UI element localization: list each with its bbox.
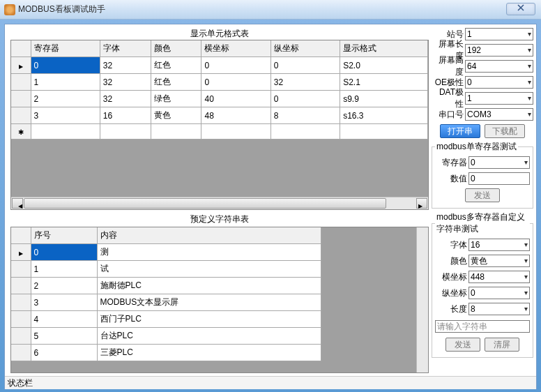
- cell-content[interactable]: 西门子PLC: [97, 311, 321, 328]
- row-indicator: [11, 74, 31, 91]
- scroll-right-icon[interactable]: ▶: [416, 198, 427, 209]
- cell-index[interactable]: 2: [31, 278, 97, 294]
- table-row[interactable]: 6三菱PLC: [11, 345, 321, 361]
- table-new-row[interactable]: [11, 124, 428, 140]
- close-icon: [517, 4, 524, 11]
- col-content[interactable]: 内容: [97, 227, 321, 244]
- col-format[interactable]: 显示格式: [340, 40, 428, 57]
- cell-index[interactable]: 3: [31, 294, 97, 311]
- table-row[interactable]: 2施耐德PLC: [11, 278, 321, 294]
- oe-combo[interactable]: 0: [465, 76, 533, 89]
- single-reg-label: 寄存器: [435, 157, 468, 169]
- port-label: 串口号: [432, 109, 465, 121]
- table-row[interactable]: 5台达PLC: [11, 328, 321, 345]
- cell-content[interactable]: MODBUS文本显示屏: [97, 294, 321, 311]
- table-row[interactable]: 4西门子PLC: [11, 311, 321, 328]
- table-row[interactable]: 0 32 红色 0 0 S2.0: [11, 57, 428, 74]
- multi-color-combo[interactable]: 黄色: [468, 255, 530, 267]
- cell-color[interactable]: 黄色: [151, 107, 201, 124]
- cell-y[interactable]: 32: [270, 74, 340, 91]
- table-row[interactable]: 2 32 绿色 40 0 s9.9: [11, 91, 428, 107]
- cell-x[interactable]: 0: [201, 74, 270, 91]
- scroll-thumb[interactable]: [24, 198, 386, 209]
- cell-content[interactable]: 台达PLC: [97, 328, 321, 345]
- cell-font[interactable]: 32: [100, 57, 151, 74]
- single-register-legend: modbus单寄存器测试: [435, 141, 518, 153]
- col-font[interactable]: 字体: [100, 40, 151, 57]
- col-index[interactable]: 序号: [31, 227, 97, 244]
- width-combo[interactable]: 192: [465, 44, 533, 56]
- table-header-row: 寄存器 字体 颜色 横坐标 纵坐标 显示格式: [11, 40, 428, 57]
- cell-color[interactable]: 红色: [151, 57, 201, 74]
- cell-index[interactable]: 6: [31, 345, 97, 361]
- cell-index[interactable]: 0: [31, 244, 97, 261]
- cell-content[interactable]: 施耐德PLC: [97, 278, 321, 294]
- col-y[interactable]: 纵坐标: [270, 40, 340, 57]
- open-port-button[interactable]: 打开串: [440, 124, 480, 138]
- multi-y-combo[interactable]: 0: [468, 287, 530, 299]
- cell-register[interactable]: 0: [31, 57, 100, 74]
- single-send-button[interactable]: 发送: [465, 188, 500, 202]
- multi-string-input[interactable]: 请输入字符串: [435, 320, 530, 333]
- cell-y[interactable]: 0: [270, 91, 340, 107]
- cell-y[interactable]: 8: [270, 107, 340, 124]
- cell-content[interactable]: 试: [97, 261, 321, 278]
- cell-index[interactable]: 1: [31, 261, 97, 278]
- port-combo[interactable]: COM3: [465, 108, 533, 121]
- cell-color[interactable]: 红色: [151, 74, 201, 91]
- cell-x[interactable]: 40: [201, 91, 270, 107]
- multi-send-button[interactable]: 发送: [445, 338, 480, 352]
- table-row[interactable]: 1试: [11, 261, 321, 278]
- scroll-left-icon[interactable]: ◀: [12, 198, 23, 209]
- multi-clear-button[interactable]: 清屏: [485, 338, 519, 352]
- col-color[interactable]: 颜色: [151, 40, 201, 57]
- cell-register[interactable]: 1: [31, 74, 100, 91]
- table-row[interactable]: 1 32 红色 0 32 S2.1: [11, 74, 428, 91]
- cell-color[interactable]: 绿色: [151, 91, 201, 107]
- multi-font-combo[interactable]: 16: [468, 239, 530, 251]
- cell-font[interactable]: 32: [100, 91, 151, 107]
- cell-register[interactable]: 3: [31, 107, 100, 124]
- cell-x[interactable]: 48: [201, 107, 270, 124]
- dat-combo[interactable]: 1: [465, 92, 533, 105]
- vertical-scrollbar[interactable]: [416, 227, 428, 372]
- cell-content[interactable]: 三菱PLC: [97, 345, 321, 361]
- cell-x[interactable]: 0: [201, 57, 270, 74]
- string-table: 序号 内容 0测 1试 2施耐德PLC 3MODBUS文本显示屏 4西门子PLC…: [11, 227, 321, 361]
- multi-x-combo[interactable]: 448: [468, 271, 530, 283]
- cell-index[interactable]: 5: [31, 328, 97, 345]
- close-button[interactable]: [506, 3, 535, 15]
- rowheader-corner: [11, 40, 31, 57]
- col-register[interactable]: 寄存器: [31, 40, 100, 57]
- cell-format[interactable]: S2.0: [340, 57, 428, 74]
- cell-index[interactable]: 4: [31, 311, 97, 328]
- multi-y-label: 纵坐标: [435, 287, 468, 299]
- table-row[interactable]: 3 16 黄色 48 8 s16.3: [11, 107, 428, 124]
- app-icon: [4, 4, 15, 15]
- cell-format[interactable]: s9.9: [340, 91, 428, 107]
- cell-format[interactable]: s16.3: [340, 107, 428, 124]
- table-row[interactable]: 0测: [11, 244, 321, 261]
- right-pane: 站号1 屏幕长度192 屏幕高度64 OE极性0 DAT极性1 串口号COM3 …: [432, 24, 536, 376]
- cell-content[interactable]: 测: [97, 244, 321, 261]
- download-config-button[interactable]: 下载配: [485, 124, 525, 138]
- format-table: 寄存器 字体 颜色 横坐标 纵坐标 显示格式 0 32 红色 0 0 S2.0: [11, 40, 428, 140]
- status-bar: 状态栏: [5, 376, 536, 389]
- row-indicator-icon: [11, 57, 31, 74]
- cell-register[interactable]: 2: [31, 91, 100, 107]
- cell-font[interactable]: 16: [100, 107, 151, 124]
- station-combo[interactable]: 1: [465, 28, 533, 40]
- single-val-input[interactable]: 0: [468, 172, 530, 185]
- string-grid[interactable]: 序号 内容 0测 1试 2施耐德PLC 3MODBUS文本显示屏 4西门子PLC…: [10, 227, 429, 373]
- height-combo[interactable]: 64: [465, 60, 533, 73]
- horizontal-scrollbar[interactable]: ◀ ▶: [11, 197, 428, 209]
- multi-len-combo[interactable]: 8: [468, 303, 530, 315]
- format-grid[interactable]: 寄存器 字体 颜色 横坐标 纵坐标 显示格式 0 32 红色 0 0 S2.0: [10, 40, 429, 210]
- table-header-row: 序号 内容: [11, 227, 321, 244]
- cell-y[interactable]: 0: [270, 57, 340, 74]
- col-x[interactable]: 横坐标: [201, 40, 270, 57]
- cell-font[interactable]: 32: [100, 74, 151, 91]
- table-row[interactable]: 3MODBUS文本显示屏: [11, 294, 321, 311]
- cell-format[interactable]: S2.1: [340, 74, 428, 91]
- single-reg-combo[interactable]: 0: [468, 156, 530, 169]
